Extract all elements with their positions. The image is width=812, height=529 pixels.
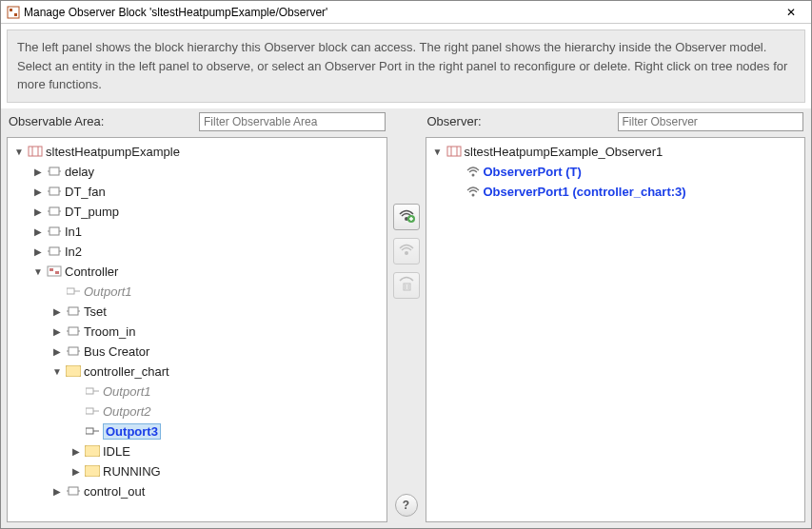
filter-observer-input[interactable] xyxy=(618,112,804,131)
tree-node-delay[interactable]: ▶ delay xyxy=(10,162,385,182)
outport-icon xyxy=(66,284,81,299)
expand-icon[interactable]: ▶ xyxy=(32,167,44,177)
filter-observable-input[interactable] xyxy=(199,112,386,131)
tree-label: Troom_in xyxy=(84,324,135,339)
tree-label: Outport1 xyxy=(103,384,151,399)
block-icon xyxy=(66,343,81,359)
model-icon xyxy=(446,144,462,159)
block-icon xyxy=(66,323,81,339)
expand-icon[interactable]: ▼ xyxy=(51,366,63,377)
tree-node-control-out[interactable]: ▶ control_out xyxy=(10,481,385,501)
expand-icon[interactable]: ▶ xyxy=(51,306,63,317)
expand-icon[interactable]: ▶ xyxy=(51,346,63,357)
tree-node-root[interactable]: ▼ sltestHeatpumpExample xyxy=(10,142,385,162)
outport-icon xyxy=(85,403,100,419)
tree-node-outport1[interactable]: Outport1 xyxy=(10,282,385,302)
tree-node-dtpump[interactable]: ▶ DT_pump xyxy=(10,202,385,222)
titlebar-text: Manage Observer Block 'sltestHeatpumpExa… xyxy=(24,6,777,19)
model-icon xyxy=(28,144,43,159)
block-icon xyxy=(47,224,62,239)
tree-label: sltestHeatpumpExample xyxy=(46,145,180,159)
svg-rect-43 xyxy=(85,465,100,477)
observable-area-header: Observable Area: xyxy=(7,108,387,137)
app-icon xyxy=(7,6,20,19)
expand-icon[interactable]: ▶ xyxy=(51,486,63,497)
tree-node-tset[interactable]: ▶ Tset xyxy=(10,302,385,322)
expand-icon[interactable]: ▼ xyxy=(32,266,44,277)
tree-node-observerport-t[interactable]: ObserverPort (T) xyxy=(428,162,803,182)
state-icon xyxy=(85,463,100,479)
svg-rect-24 xyxy=(67,288,74,294)
wifi-trash-icon xyxy=(398,276,415,294)
tree-node-cc-outport3[interactable]: Outport3 xyxy=(10,421,385,441)
expand-icon[interactable]: ▼ xyxy=(13,147,25,157)
tree-label: ObserverPort (T) xyxy=(484,165,582,179)
expand-icon[interactable]: ▶ xyxy=(32,226,44,237)
tree-node-controller-chart[interactable]: ▼ controller_chart xyxy=(10,362,385,382)
tree-node-buscreator[interactable]: ▶ Bus Creator xyxy=(10,342,385,362)
svg-rect-32 xyxy=(69,347,78,355)
close-icon: ✕ xyxy=(786,6,796,19)
expand-icon[interactable]: ▶ xyxy=(32,246,44,257)
observer-panel: Observer: ▼ sltestHeatpumpExample_Observ… xyxy=(426,108,806,523)
close-button[interactable]: ✕ xyxy=(777,1,805,23)
svg-rect-12 xyxy=(50,207,59,215)
tree-label: RUNNING xyxy=(103,464,161,479)
tree-node-running[interactable]: ▶ RUNNING xyxy=(10,461,385,481)
dialog-window: Manage Observer Block 'sltestHeatpumpExa… xyxy=(0,0,812,529)
tree-node-observer-root[interactable]: ▼ sltestHeatpumpExample_Observer1 xyxy=(428,142,803,162)
observer-header: Observer: xyxy=(426,108,806,137)
delete-observer-button[interactable] xyxy=(393,272,420,299)
titlebar: Manage Observer Block 'sltestHeatpumpExa… xyxy=(1,1,811,24)
block-icon xyxy=(47,164,62,179)
tree-node-cc-outport2[interactable]: Outport2 xyxy=(10,402,385,421)
tree-node-cc-outport1[interactable]: Outport1 xyxy=(10,382,385,402)
panels: Observable Area: ▼ sltestHeatpumpExample xyxy=(1,108,811,529)
tree-label: DT_fan xyxy=(65,185,106,199)
block-icon xyxy=(66,483,81,499)
help-button[interactable]: ? xyxy=(395,494,418,517)
svg-point-51 xyxy=(405,251,408,255)
expand-icon[interactable]: ▶ xyxy=(70,466,82,477)
svg-rect-55 xyxy=(447,147,461,156)
wifi-icon xyxy=(398,243,415,259)
svg-rect-29 xyxy=(69,327,78,335)
tree-node-controller[interactable]: ▼ Controller xyxy=(10,262,385,282)
reconfigure-button[interactable] xyxy=(393,238,420,264)
tree-label: Outport1 xyxy=(84,284,132,299)
svg-rect-1 xyxy=(10,9,12,11)
help-icon: ? xyxy=(403,499,409,512)
expand-icon[interactable]: ▼ xyxy=(432,147,444,157)
svg-rect-26 xyxy=(69,307,78,315)
block-icon xyxy=(47,244,62,259)
observer-label: Observer: xyxy=(427,114,608,128)
tree-label: controller_chart xyxy=(84,364,169,379)
tree-label: Controller xyxy=(65,264,118,279)
observer-port-icon xyxy=(465,184,481,199)
expand-icon[interactable]: ▶ xyxy=(51,326,63,337)
observable-tree[interactable]: ▼ sltestHeatpumpExample ▶ delay ▶ xyxy=(7,137,387,523)
tree-node-in2[interactable]: ▶ In2 xyxy=(10,242,385,262)
expand-icon[interactable]: ▶ xyxy=(32,206,44,217)
svg-rect-42 xyxy=(85,445,100,457)
tree-label: Bus Creator xyxy=(84,344,149,359)
tree-node-dtfan[interactable]: ▶ DT_fan xyxy=(10,182,385,202)
tree-node-troomin[interactable]: ▶ Troom_in xyxy=(10,322,385,342)
svg-rect-36 xyxy=(86,388,93,394)
tree-node-in1[interactable]: ▶ In1 xyxy=(10,222,385,242)
expand-icon[interactable]: ▶ xyxy=(70,446,82,457)
observer-tree[interactable]: ▼ sltestHeatpumpExample_Observer1 Observ… xyxy=(426,137,806,523)
expand-icon[interactable]: ▶ xyxy=(32,186,44,197)
tree-node-idle[interactable]: ▶ IDLE xyxy=(10,441,385,461)
tree-label: sltestHeatpumpExample_Observer1 xyxy=(465,145,663,159)
center-buttons: ? xyxy=(387,108,426,523)
observable-area-panel: Observable Area: ▼ sltestHeatpumpExample xyxy=(7,108,387,523)
info-bar: The left panel shows the block hierarchy… xyxy=(7,29,805,103)
tree-label: In1 xyxy=(65,225,82,239)
tree-label: DT_pump xyxy=(65,205,119,219)
tree-label: Tset xyxy=(84,304,107,319)
tree-label: In2 xyxy=(65,245,82,259)
tree-node-observerport1[interactable]: ObserverPort1 (controller_chart:3) xyxy=(428,182,803,202)
add-observer-button[interactable] xyxy=(393,204,420,230)
block-icon xyxy=(66,304,81,319)
